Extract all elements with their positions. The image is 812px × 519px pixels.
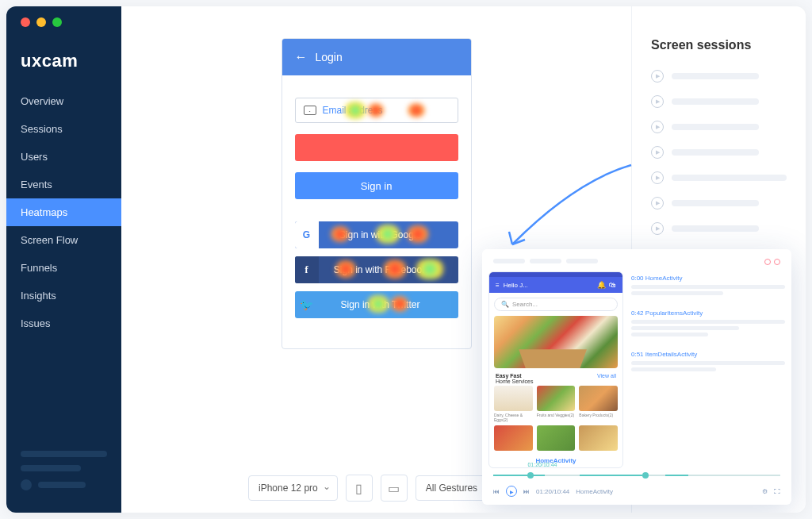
hero-image (494, 316, 618, 368)
session-item[interactable]: ▶ (651, 197, 787, 210)
error-button[interactable] (295, 134, 458, 161)
nav-overview[interactable]: Overview (6, 87, 121, 115)
user-avatar-placeholder[interactable] (21, 479, 107, 490)
playback-scrubber[interactable]: 01:20/10:44 (493, 470, 780, 481)
session-item[interactable]: ▶ (651, 222, 787, 235)
settings-icon[interactable]: ⚙ (762, 488, 768, 495)
main-nav: Overview Sessions Users Events Heatmaps … (6, 87, 121, 438)
main-content: ← Login Email address Sign in (121, 6, 806, 513)
nav-screen-flow[interactable]: Screen Flow (6, 226, 121, 254)
session-item[interactable]: ▶ (651, 171, 787, 184)
player-controls: ⏮ ▶ ⏭ 01:20/10:44 HomeActivity ⚙ ⛶ (488, 482, 785, 500)
google-icon: G (295, 221, 319, 248)
product-card[interactable] (579, 425, 618, 451)
nav-funnels[interactable]: Funnels (6, 254, 121, 282)
skeleton-line (38, 482, 86, 488)
product-card[interactable]: Bakery Products(2) (579, 386, 618, 422)
record-icon[interactable] (764, 259, 771, 265)
product-card[interactable]: Dairy, Cheese & Eggs(2) (494, 386, 533, 422)
sidebar: uxcam Overview Sessions Users Events Hea… (6, 6, 121, 513)
signin-button[interactable]: Sign in (295, 172, 458, 199)
google-label: Sign in with Google (319, 229, 458, 240)
prev-icon[interactable]: ⏮ (493, 488, 500, 495)
popup-header (488, 256, 785, 271)
panel-title: Screen sessions (651, 38, 787, 52)
session-item[interactable]: ▶ (651, 121, 787, 133)
next-icon[interactable]: ⏭ (523, 488, 530, 495)
play-icon: ▶ (651, 171, 664, 184)
fullscreen-icon[interactable]: ⛶ (774, 488, 780, 495)
facebook-icon: f (295, 256, 319, 283)
email-field[interactable]: Email address (295, 98, 458, 123)
timeline-item[interactable]: 0:00 HomeActivity (631, 275, 785, 295)
google-signin-button[interactable]: G Sign in with Google (295, 221, 458, 248)
skeleton-line (21, 465, 81, 471)
play-icon: ▶ (651, 146, 664, 159)
product-card[interactable]: Fruits and Veggies(2) (537, 386, 576, 422)
nav-heatmaps[interactable]: Heatmaps (6, 198, 121, 226)
sidebar-footer (6, 438, 121, 513)
device-preview: ← Login Email address Sign in (282, 38, 472, 349)
device-header: ← Login (282, 39, 471, 75)
play-icon: ▶ (651, 121, 664, 133)
back-arrow-icon[interactable]: ← (295, 50, 308, 64)
skeleton-line (21, 451, 107, 457)
session-item[interactable]: ▶ (651, 70, 787, 83)
session-player-popup: ≡ Hello J... 🔔 🛍 🔍 Search... (482, 249, 791, 505)
section-subtitle: Home Services (496, 379, 533, 384)
mini-search-input[interactable]: 🔍 Search... (494, 298, 618, 311)
session-phone-preview: ≡ Hello J... 🔔 🛍 🔍 Search... (488, 271, 623, 468)
close-icon[interactable] (21, 17, 30, 27)
greeting-text: Hello J... (504, 282, 528, 289)
nav-sessions[interactable]: Sessions (6, 115, 121, 143)
search-icon: 🔍 (501, 301, 509, 308)
facebook-signin-button[interactable]: f Sign in with Facebook (295, 256, 458, 283)
email-placeholder: Email address (323, 105, 383, 116)
play-icon: ▶ (651, 222, 664, 235)
timeline-item[interactable]: 0:42 PopularItemsActivity (631, 309, 785, 336)
facebook-label: Sign in with Facebook (319, 264, 458, 275)
screen-title: Login (316, 51, 343, 63)
record-icon[interactable] (774, 259, 780, 265)
envelope-icon (304, 106, 316, 115)
play-icon: ▶ (651, 95, 664, 108)
play-icon: ▶ (651, 70, 664, 83)
nav-insights[interactable]: Insights (6, 282, 121, 309)
landscape-icon[interactable]: ▭ (381, 475, 408, 502)
portrait-icon[interactable]: ▯ (346, 475, 373, 502)
session-item[interactable]: ▶ (651, 95, 787, 108)
play-icon[interactable]: ▶ (506, 486, 517, 497)
heatmap-toolbar: iPhone 12 pro ▯ ▭ All Gestures (248, 475, 504, 502)
twitter-icon: 🐦 (295, 291, 319, 318)
scrub-time-label: 01:20/10:44 (527, 462, 557, 467)
product-card[interactable] (537, 425, 576, 451)
bell-icon[interactable]: 🔔 (597, 281, 606, 289)
playback-time: 01:20/10:44 (536, 488, 569, 495)
section-title: Easy Fast (496, 373, 533, 379)
cart-icon[interactable]: 🛍 (609, 281, 616, 289)
nav-events[interactable]: Events (6, 171, 121, 198)
minimize-icon[interactable] (36, 17, 46, 27)
avatar-icon (21, 479, 32, 490)
mini-app-header: ≡ Hello J... 🔔 🛍 (489, 277, 622, 293)
session-item[interactable]: ▶ (651, 146, 787, 159)
view-all-link[interactable]: View all (597, 373, 616, 384)
nav-users[interactable]: Users (6, 143, 121, 171)
twitter-label: Sign in with Twitter (319, 299, 458, 310)
twitter-signin-button[interactable]: 🐦 Sign in with Twitter (295, 291, 458, 318)
heatmap-blob (407, 103, 426, 117)
app-window: uxcam Overview Sessions Users Events Hea… (6, 6, 806, 513)
playback-activity: HomeActivity (576, 488, 613, 495)
product-card[interactable] (494, 425, 533, 451)
device-select[interactable]: iPhone 12 pro (248, 475, 338, 501)
nav-issues[interactable]: Issues (6, 309, 121, 337)
brand-logo: uxcam (6, 41, 121, 87)
activity-timeline: 0:00 HomeActivity 0:42 PopularItemsActiv… (631, 271, 785, 468)
window-traffic-lights (21, 17, 62, 27)
maximize-icon[interactable] (52, 17, 62, 27)
timeline-item[interactable]: 0:51 ItemDetailsActivity (631, 351, 785, 371)
hamburger-icon[interactable]: ≡ (496, 282, 499, 289)
play-icon: ▶ (651, 197, 664, 210)
